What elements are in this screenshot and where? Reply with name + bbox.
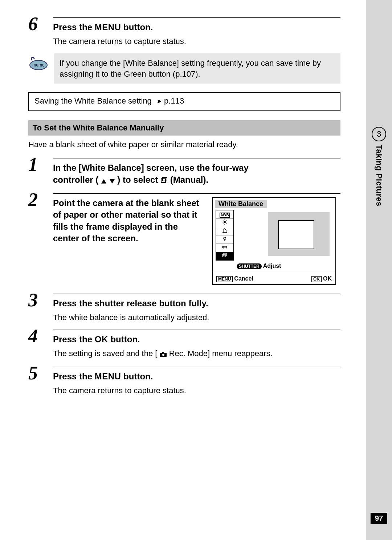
step-heading: Press the OK button. — [53, 334, 340, 345]
step-heading: Press the shutter release button fully. — [53, 298, 340, 309]
hand-pointer-icon — [154, 97, 162, 107]
bulb-icon — [222, 237, 227, 242]
svg-rect-14 — [224, 239, 225, 241]
svg-point-13 — [224, 237, 226, 239]
svg-point-4 — [224, 221, 226, 223]
manual-step-5: 5 Press the MENU button. The camera retu… — [28, 367, 340, 396]
step-number: 6 — [28, 13, 38, 35]
svg-line-11 — [226, 220, 226, 221]
wb-title: White Balance — [215, 200, 267, 208]
text: p.113 — [164, 96, 184, 105]
text: The setting is saved and the [ — [53, 349, 157, 358]
white-balance-screen: White Balance AWB — [212, 197, 336, 285]
manual-wb-icon — [222, 253, 227, 259]
step-heading: Press the MENU button. — [53, 371, 340, 382]
text: In the [White Balance] screen, use the f… — [53, 163, 249, 173]
wb-cancel-hint: MENUCancel — [216, 275, 253, 282]
cross-reference: Saving the White Balance setting p.113 — [28, 92, 340, 111]
menu-button-label: MENU — [95, 21, 121, 33]
step-number: 3 — [28, 289, 38, 311]
svg-line-12 — [223, 223, 223, 224]
step-number: 2 — [28, 189, 38, 210]
text: button. — [121, 22, 153, 32]
step-body: The camera returns to capture status. — [53, 385, 340, 396]
step-body: The camera returns to capture status. — [53, 36, 340, 47]
text: button. — [121, 371, 153, 381]
wb-adjust-hint: SHUTTERAdjust — [237, 263, 335, 269]
arrow-down-icon — [109, 175, 115, 187]
ok-button-label: OK — [95, 334, 108, 345]
text: Cancel — [234, 275, 253, 282]
manual-step-4: 4 Press the OK button. The setting is sa… — [28, 330, 340, 360]
step-body: The setting is saved and the [ Rec. Mode… — [53, 348, 340, 360]
svg-line-9 — [223, 220, 223, 221]
menu-chip: MENU — [216, 276, 233, 282]
sun-icon — [222, 220, 227, 226]
step-heading: In the [White Balance] screen, use the f… — [53, 162, 340, 187]
wb-option-shade — [216, 227, 233, 235]
text: controller ( — [53, 175, 98, 185]
shade-icon — [222, 228, 227, 234]
text: Rec. Mode] menu reappears. — [169, 349, 273, 358]
memo-icon: memo — [28, 55, 49, 72]
chapter-label: Taking Pictures — [374, 145, 384, 206]
text: ) to select — [117, 175, 160, 185]
wb-option-awb: AWB — [216, 210, 233, 219]
wb-option-fluorescent — [216, 244, 233, 252]
arrow-up-icon — [101, 175, 107, 187]
step-heading: Press the MENU button. — [53, 21, 340, 33]
chapter-number: 3 — [372, 127, 386, 141]
wb-option-list: AWB — [216, 210, 234, 261]
shutter-chip: SHUTTER — [237, 263, 262, 269]
text: Press the — [53, 22, 95, 32]
page-content: 6 Press the MENU button. The camera retu… — [28, 15, 340, 396]
step-body: The white balance is automatically adjus… — [53, 312, 340, 323]
text: button. — [108, 334, 140, 344]
text: Press the — [53, 334, 95, 344]
step-number: 4 — [28, 325, 38, 347]
page-number: 97 — [371, 513, 387, 524]
manual-step-1: 1 In the [White Balance] screen, use the… — [28, 158, 340, 187]
section-heading: To Set the White Balance Manually — [28, 120, 340, 136]
manual-step-3: 3 Press the shutter release button fully… — [28, 294, 340, 323]
step-heading: Point the camera at the blank sheet of p… — [53, 197, 205, 245]
memo-text: If you change the [White Balance] settin… — [54, 53, 340, 84]
manual-step-2: 2 Point the camera at the blank sheet of… — [28, 193, 340, 285]
svg-line-10 — [226, 223, 226, 224]
svg-text:memo: memo — [32, 63, 45, 68]
svg-point-22 — [162, 354, 164, 356]
wb-preview-area — [268, 212, 330, 256]
text: Adjust — [263, 263, 281, 269]
text: (Manual). — [170, 175, 208, 185]
sidebar: 3 Taking Pictures 97 — [366, 0, 392, 540]
step-6: 6 Press the MENU button. The camera retu… — [28, 17, 340, 47]
fluorescent-icon — [222, 245, 227, 251]
svg-rect-21 — [162, 352, 164, 353]
wb-option-daylight — [216, 219, 233, 227]
menu-button-label: MENU — [95, 371, 121, 382]
camera-icon — [160, 349, 167, 360]
text: Press the — [53, 371, 95, 381]
memo-note: memo If you change the [White Balance] s… — [28, 53, 340, 84]
wb-option-tungsten — [216, 235, 233, 244]
ok-chip: OK — [311, 276, 322, 282]
wb-ok-hint: OKOK — [311, 275, 332, 282]
step-number: 5 — [28, 362, 38, 384]
section-intro: Have a blank sheet of white paper or sim… — [28, 139, 340, 150]
wb-option-manual — [216, 252, 233, 260]
text: Saving the White Balance setting — [34, 96, 154, 105]
step-number: 1 — [28, 154, 38, 175]
text: OK — [323, 275, 332, 282]
manual-wb-icon — [160, 175, 168, 187]
